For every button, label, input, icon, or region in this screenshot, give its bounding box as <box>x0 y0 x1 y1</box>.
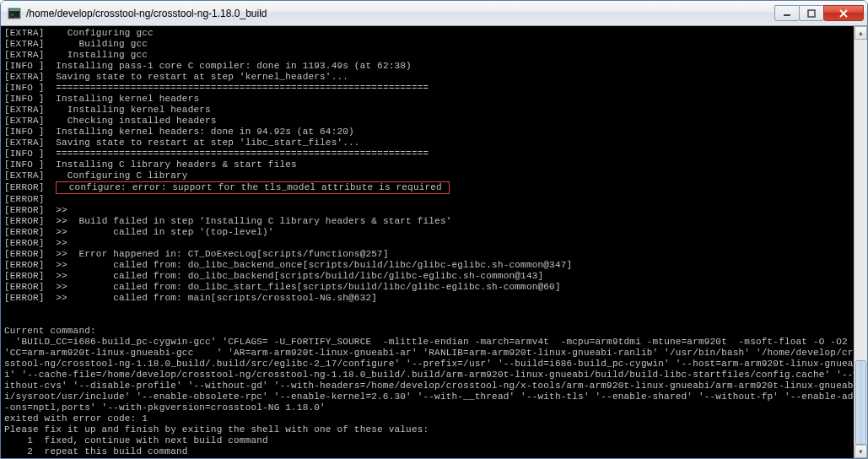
log-text: >> called from: do_libc_backend_once[scr… <box>56 260 572 270</box>
log-tag: [ERROR] <box>4 260 45 270</box>
log-tag: [EXTRA] <box>4 138 45 148</box>
log-text: >> called in step '(top-level)' <box>56 227 273 237</box>
maximize-button[interactable] <box>799 5 824 21</box>
log-tag: [INFO ] <box>4 83 45 93</box>
instructions: Please fix it up and finish by exiting t… <box>4 424 864 435</box>
log-tag: [ERROR] <box>4 238 45 248</box>
log-text: Installing C library headers & start fil… <box>56 159 297 170</box>
current-command: 'BUILD_CC=i686-build_pc-cygwin-gcc' 'CFL… <box>4 337 864 413</box>
log-tag: [ERROR] <box>4 293 45 303</box>
log-text: >> <box>56 205 67 215</box>
log-tag: [INFO ] <box>4 94 45 104</box>
highlighted-error: configure: error: support for the tls_mo… <box>56 181 449 194</box>
current-command-label: Current command: <box>4 326 864 337</box>
log-tag: [INFO ] <box>4 61 45 71</box>
log-text: >> Build failed in step 'Installing C li… <box>56 216 451 226</box>
log-text: >> <box>56 238 67 248</box>
scrollbar-thumb[interactable] <box>855 360 866 445</box>
log-tag: [ERROR] <box>4 216 45 226</box>
scrollbar-track[interactable] <box>855 40 867 445</box>
scroll-down-button[interactable]: ▼ <box>855 445 867 458</box>
log-text: ========================================… <box>56 148 429 159</box>
scroll-up-button[interactable]: ▲ <box>855 26 867 40</box>
log-tag: [ERROR] <box>4 182 45 192</box>
log-text: Building gcc <box>56 39 148 49</box>
log-tag: [ERROR] <box>4 205 45 215</box>
log-tag: [ERROR] <box>4 249 45 259</box>
terminal-content[interactable]: [EXTRA] Configuring gcc[EXTRA] Building … <box>1 26 867 458</box>
log-tag: [EXTRA] <box>4 72 45 82</box>
log-tag: [EXTRA] <box>4 116 45 126</box>
exit-code: exited with error code: 1 <box>4 413 864 424</box>
minimize-button[interactable] <box>774 5 800 21</box>
log-text: Saving state to restart at step 'kernel_… <box>56 72 348 82</box>
svg-rect-4 <box>808 10 815 17</box>
option-3: 3 abort build <box>4 457 864 458</box>
log-text: ========================================… <box>56 83 429 93</box>
log-text: >> called from: main[scripts/crosstool-N… <box>56 293 377 303</box>
log-text: >> Error happened in: CT_DoExecLog[scrip… <box>56 249 388 259</box>
titlebar[interactable]: >_ /home/develop/crosstool-ng/crosstool-… <box>1 1 867 26</box>
log-text: Installing pass-1 core C compiler: done … <box>56 61 412 71</box>
window-title: /home/develop/crosstool-ng/crosstool-ng-… <box>26 8 775 19</box>
svg-text:>_: >_ <box>10 11 19 19</box>
log-tag: [ERROR] <box>4 227 45 237</box>
log-text: Installing kernel headers: done in 94.92… <box>56 127 354 137</box>
log-tag: [EXTRA] <box>4 50 45 60</box>
log-tag: [ERROR] <box>4 282 45 292</box>
log-text: Configuring C library <box>56 170 187 181</box>
log-text: Installing kernel headers <box>56 105 211 115</box>
log-tag: [EXTRA] <box>4 170 45 181</box>
log-tag: [EXTRA] <box>4 39 45 49</box>
option-1: 1 fixed, continue with next build comman… <box>4 435 864 446</box>
log-tag: [INFO ] <box>4 159 45 170</box>
log-text: Installing kernel headers <box>56 94 199 104</box>
log-text: Installing gcc <box>56 50 148 60</box>
terminal-window: >_ /home/develop/crosstool-ng/crosstool-… <box>0 0 868 459</box>
scrollbar[interactable]: ▲ ▼ <box>854 26 867 458</box>
app-icon: >_ <box>8 7 21 20</box>
log-tag: [ERROR] <box>4 271 45 281</box>
log-tag: [INFO ] <box>4 127 45 137</box>
close-button[interactable] <box>823 5 864 21</box>
log-tag: [EXTRA] <box>4 105 45 115</box>
log-tag: [INFO ] <box>4 148 45 159</box>
log-text: >> called from: do_libc_start_files[scri… <box>56 282 561 292</box>
window-controls <box>775 5 864 21</box>
log-text: >> called from: do_libc_backend[scripts/… <box>56 271 543 281</box>
log-text: Saving state to restart at step 'libc_st… <box>56 138 359 148</box>
log-text: Checking installed headers <box>56 116 216 126</box>
log-text: Configuring gcc <box>56 28 154 38</box>
option-2: 2 repeat this build command <box>4 446 864 457</box>
log-tag: [ERROR] <box>4 194 45 204</box>
log-tag: [EXTRA] <box>4 28 45 38</box>
